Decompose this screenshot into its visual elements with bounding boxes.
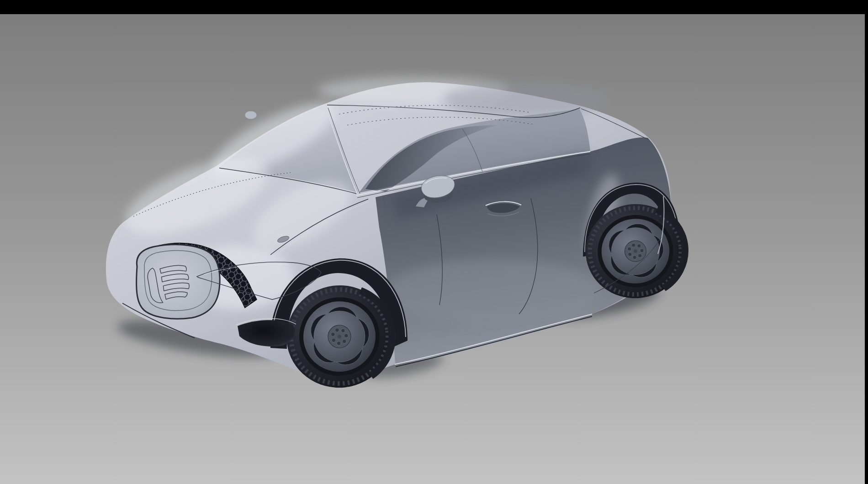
letterbox-top-bar [0, 0, 868, 14]
grille-bezel [137, 245, 220, 319]
hood-sensor-blister [245, 111, 257, 119]
letterbox-right-bar [865, 0, 868, 484]
3d-viewport[interactable] [0, 0, 868, 484]
car-model [106, 77, 689, 394]
car-model-render [0, 0, 868, 484]
